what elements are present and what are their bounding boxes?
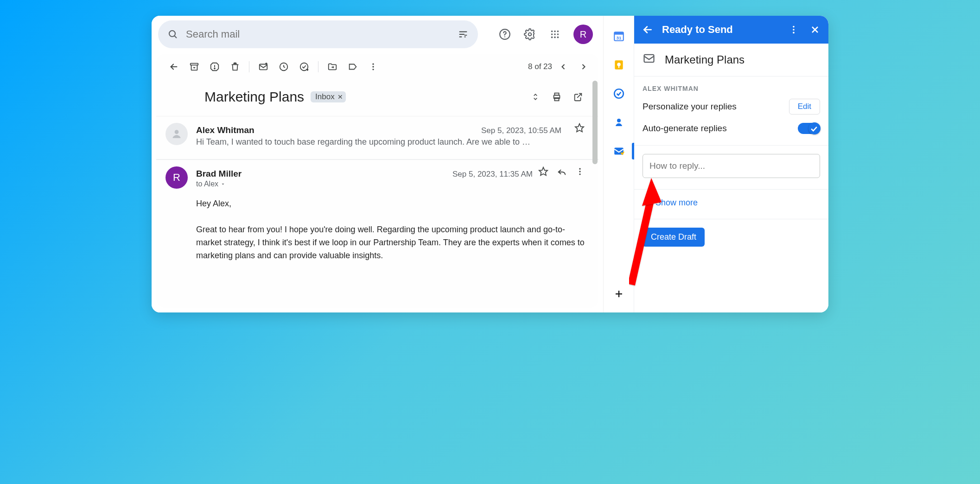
svg-point-41	[617, 119, 621, 122]
chevron-down-icon	[643, 199, 651, 207]
svg-rect-39	[618, 66, 619, 68]
expand-collapse-icon[interactable]	[529, 90, 542, 103]
edit-button[interactable]: Edit	[789, 99, 820, 115]
svg-rect-35	[614, 32, 624, 34]
snooze-icon[interactable]	[274, 57, 293, 76]
label-chip-text: Inbox	[315, 92, 335, 102]
rail-addon-icon[interactable]	[612, 145, 625, 158]
panel-close-icon[interactable]	[808, 23, 822, 37]
mark-unread-icon[interactable]	[254, 57, 273, 76]
message-body: Hey Alex, Great to hear from you! I hope…	[196, 197, 585, 262]
side-panel: Ready to Send Marketing Plans ALEX WHITM…	[634, 16, 828, 312]
add-task-icon[interactable]	[295, 57, 313, 76]
svg-point-0	[169, 31, 175, 37]
search-input[interactable]	[186, 28, 450, 40]
sender-avatar: R	[165, 166, 188, 189]
svg-point-19	[265, 63, 267, 65]
svg-point-9	[554, 33, 556, 35]
message-snippet: Hi Team, I wanted to touch base regardin…	[196, 137, 585, 147]
more-icon[interactable]	[575, 167, 585, 178]
svg-point-13	[557, 37, 559, 38]
rail-contacts-icon[interactable]	[612, 116, 625, 129]
subject-row: Marketing Plans Inbox ✕	[156, 84, 598, 116]
star-icon[interactable]	[574, 123, 585, 135]
panel-more-icon[interactable]	[787, 23, 801, 37]
reply-icon[interactable]	[557, 166, 567, 178]
svg-point-45	[793, 32, 795, 34]
search-container[interactable]	[158, 20, 478, 48]
rail-add-icon[interactable]	[612, 287, 625, 300]
back-icon[interactable]	[165, 57, 183, 76]
svg-point-7	[557, 31, 559, 32]
sender-avatar-placeholder	[165, 123, 188, 145]
toolbar-separator	[249, 61, 249, 72]
label-chip[interactable]: Inbox ✕	[311, 91, 346, 102]
autogen-label: Auto-generate replies	[643, 123, 727, 134]
svg-text:31: 31	[616, 35, 621, 40]
main-column: R 8 of 23	[152, 16, 603, 312]
svg-point-6	[554, 31, 556, 32]
more-icon[interactable]	[364, 57, 382, 76]
svg-point-24	[372, 69, 374, 70]
svg-point-12	[554, 37, 556, 38]
show-more-button[interactable]: Show more	[643, 198, 820, 208]
subject-title: Marketing Plans	[204, 89, 304, 105]
rail-keep-icon[interactable]	[612, 58, 625, 71]
side-rail: 31	[603, 16, 634, 312]
scrollbar-thumb[interactable]	[592, 81, 598, 164]
svg-rect-14	[191, 64, 198, 65]
move-to-icon[interactable]	[323, 57, 342, 76]
rail-tasks-icon[interactable]	[612, 87, 625, 100]
svg-point-32	[579, 171, 580, 172]
help-icon[interactable]	[498, 28, 511, 41]
svg-rect-18	[260, 64, 267, 70]
account-avatar[interactable]: R	[573, 25, 593, 44]
svg-point-10	[557, 33, 559, 35]
personalize-row: Personalize your replies Edit	[643, 99, 820, 115]
svg-point-44	[793, 29, 795, 31]
top-bar: R	[152, 16, 603, 54]
tune-icon[interactable]	[457, 28, 470, 41]
message-date: Sep 5, 2023, 11:35 AM	[452, 170, 533, 179]
message-actions	[538, 166, 585, 178]
topbar-actions: R	[498, 25, 597, 44]
conversation-toolbar: 8 of 23	[156, 54, 598, 80]
message-expanded: R Brad Miller Sep 5, 2023, 11:35 AM	[156, 159, 598, 272]
create-draft-section: Create Draft	[634, 219, 828, 258]
star-icon[interactable]	[538, 166, 548, 178]
svg-point-28	[175, 130, 179, 134]
autogen-toggle[interactable]	[798, 123, 820, 134]
reply-input[interactable]	[643, 154, 820, 178]
svg-line-1	[174, 36, 177, 38]
recipient-line[interactable]: to Alex	[196, 180, 585, 188]
body-text: Great to hear from you! I hope you're do…	[196, 223, 585, 262]
label-chip-remove-icon[interactable]: ✕	[337, 93, 343, 101]
spam-icon[interactable]	[205, 57, 224, 76]
reply-input-section	[634, 146, 828, 190]
svg-point-11	[551, 37, 553, 38]
panel-back-icon[interactable]	[641, 23, 655, 37]
rail-calendar-icon[interactable]: 31	[612, 30, 625, 43]
svg-point-43	[793, 26, 795, 28]
label-icon[interactable]	[344, 57, 362, 76]
show-more-label: Show more	[655, 198, 698, 208]
message-collapsed[interactable]: Alex Whitman Sep 5, 2023, 10:55 AM Hi Te…	[156, 116, 598, 159]
apps-grid-icon[interactable]	[548, 28, 561, 41]
delete-icon[interactable]	[226, 57, 244, 76]
pager-next-icon[interactable]	[574, 57, 593, 76]
svg-rect-46	[644, 55, 654, 62]
svg-point-17	[214, 68, 215, 69]
panel-caption: ALEX WHITMAN	[643, 85, 820, 92]
create-draft-button[interactable]: Create Draft	[643, 228, 705, 247]
greeting-line: Hey Alex,	[196, 197, 585, 210]
message-date: Sep 5, 2023, 10:55 AM	[481, 126, 561, 135]
svg-point-5	[551, 31, 553, 32]
toolbar-separator	[318, 61, 318, 72]
pager-prev-icon[interactable]	[554, 57, 573, 76]
panel-subject: Marketing Plans	[665, 53, 745, 66]
archive-icon[interactable]	[185, 57, 204, 76]
open-new-window-icon[interactable]	[572, 90, 585, 103]
print-icon[interactable]	[550, 90, 563, 103]
gear-icon[interactable]	[523, 28, 536, 41]
svg-marker-29	[575, 124, 584, 132]
